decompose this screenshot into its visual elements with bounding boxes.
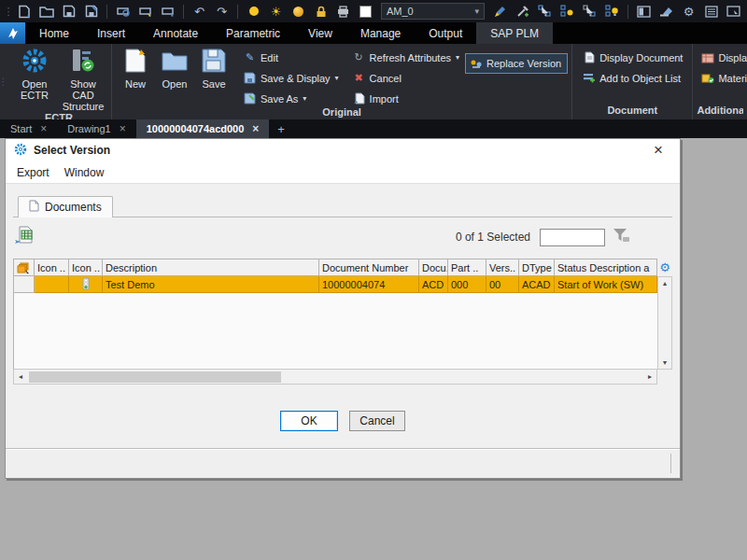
sun-brightness-icon[interactable]: ☀ [265, 2, 287, 21]
column-header-status-description[interactable]: Status Description a [555, 259, 657, 276]
layer-combo[interactable]: AM_0 ▾ [381, 3, 485, 20]
menu-export[interactable]: Export [10, 163, 56, 182]
ribbon-tab-sap-plm[interactable]: SAP PLM [476, 22, 553, 44]
open-folder-icon [161, 48, 189, 76]
scroll-down-icon[interactable]: ▾ [658, 358, 671, 367]
doc-tab-start[interactable]: Start × [0, 119, 57, 138]
column-header-description[interactable]: Description [103, 259, 319, 276]
drawing-explorer-icon[interactable] [700, 2, 722, 21]
show-cad-structure-button[interactable]: Show CAD Structure [59, 45, 107, 112]
scroll-up-icon[interactable]: ▴ [658, 279, 671, 287]
ribbon-tab-manage[interactable]: Manage [346, 22, 415, 44]
deselect-icon[interactable] [579, 2, 600, 21]
column-header-document-number[interactable]: Document Number [319, 259, 419, 276]
plot-preview-icon[interactable] [112, 2, 134, 21]
lock-icon[interactable] [310, 2, 331, 21]
row-icon2-cell[interactable] [69, 276, 103, 293]
refresh-attributes-button[interactable]: ↻ Refresh Attributes ▾ [352, 49, 459, 65]
new-tab-button[interactable]: + [269, 119, 293, 138]
open-ectr-button[interactable]: Open ECTR [10, 45, 59, 112]
doc-tab-drawing1[interactable]: Drawing1 × [57, 119, 135, 138]
eraser-icon[interactable] [655, 2, 677, 21]
select-similar-icon[interactable] [534, 2, 556, 21]
open-file-icon[interactable] [35, 2, 57, 21]
publish-icon[interactable] [157, 2, 178, 21]
ribbon-tab-insert[interactable]: Insert [83, 22, 139, 44]
close-icon[interactable]: × [120, 122, 126, 135]
isolate-objects-icon[interactable] [601, 2, 623, 21]
column-header-dtype[interactable]: DType [519, 259, 555, 276]
replace-version-button[interactable]: Replace Version [465, 53, 568, 74]
horizontal-scroll-thumb[interactable] [29, 371, 281, 383]
eyedropper-icon[interactable] [512, 2, 533, 21]
row-status-cell[interactable]: Start of Work (SW) [555, 276, 657, 293]
plot-icon[interactable] [134, 2, 156, 21]
settings-gears-icon[interactable]: ⚙ [678, 2, 699, 21]
color-swatch[interactable] [355, 2, 376, 21]
cancel-checkout-button[interactable]: ✖ Cancel [352, 70, 459, 86]
new-file-icon[interactable] [13, 2, 35, 21]
column-header-part[interactable]: Part .. [448, 259, 486, 276]
open-button[interactable]: Open [155, 45, 194, 106]
close-icon[interactable]: × [40, 122, 47, 135]
display-bom-button[interactable]: Display Bill of Mater [700, 49, 747, 65]
row-document-number-cell[interactable]: 10000004074 [319, 276, 419, 293]
row-version-cell[interactable]: 00 [486, 276, 519, 293]
save-as-button[interactable]: Save As ▾ [243, 91, 339, 106]
save-icon[interactable] [58, 2, 79, 21]
column-header-vers[interactable]: Vers.. [486, 259, 519, 276]
cancel-button[interactable]: Cancel [349, 411, 405, 431]
redo-icon[interactable]: ↷ [211, 2, 233, 21]
add-to-object-list-button[interactable]: Add to Object List [582, 70, 683, 86]
scroll-left-icon[interactable]: ◂ [14, 372, 27, 381]
menu-window[interactable]: Window [58, 163, 111, 182]
ribbon-tab-annotate[interactable]: Annotate [139, 22, 212, 44]
doc-tab-10000004074acd000[interactable]: 10000004074acd000 × [136, 119, 270, 138]
close-icon[interactable]: × [645, 140, 671, 161]
ok-button[interactable]: OK [280, 411, 338, 431]
vertical-scrollbar[interactable]: ▴ ▾ [657, 276, 672, 370]
import-button[interactable]: Import [352, 91, 459, 106]
app-menu-button[interactable] [0, 22, 25, 44]
row-dtype-cell[interactable]: ACAD [519, 276, 555, 293]
column-header-icon1[interactable]: Icon .. [35, 259, 69, 276]
filter-input[interactable] [540, 229, 605, 246]
table-empty-area [13, 293, 657, 370]
panels-icon[interactable] [633, 2, 655, 21]
row-description-cell[interactable]: Test Demo [103, 276, 319, 293]
column-header-icon2[interactable]: Icon .. [69, 259, 103, 276]
clean-screen-icon[interactable] [723, 2, 744, 21]
lightbulb-icon[interactable] [243, 2, 264, 21]
undo-icon[interactable]: ↶ [189, 2, 210, 21]
material-button[interactable]: Material ▾ [700, 70, 747, 86]
ribbon-tab-view[interactable]: View [294, 22, 346, 44]
save-button[interactable]: Save [194, 45, 233, 106]
row-icon1-cell[interactable] [35, 276, 69, 293]
scroll-right-icon[interactable]: ▸ [643, 372, 656, 381]
ribbon-tab-home[interactable]: Home [25, 22, 83, 44]
match-properties-icon[interactable] [489, 2, 511, 21]
ribbon-tab-output[interactable]: Output [415, 22, 476, 44]
ribbon-tab-parametric[interactable]: Parametric [212, 22, 294, 44]
table-settings-gear-icon[interactable]: ⚙ [657, 259, 672, 276]
save-and-display-button[interactable]: Save & Display ▾ [243, 70, 339, 86]
show-cad-structure-label: Show CAD Structure [59, 78, 107, 112]
print-icon[interactable] [332, 2, 354, 21]
add-to-selection-icon[interactable] [557, 2, 578, 21]
render-sphere-icon[interactable] [288, 2, 309, 21]
edit-button[interactable]: ✎ Edit [243, 49, 339, 65]
close-icon[interactable]: × [252, 122, 259, 135]
row-part-cell[interactable]: 000 [448, 276, 486, 293]
column-header-select-all[interactable] [14, 259, 35, 276]
display-document-button[interactable]: Display Document [582, 49, 683, 65]
tab-documents[interactable]: Documents [18, 196, 113, 217]
new-button[interactable]: New [116, 45, 155, 106]
save-as-icon[interactable] [80, 2, 102, 21]
export-table-icon[interactable] [13, 224, 35, 250]
column-header-docu[interactable]: Docu... [419, 259, 448, 276]
row-selector-cell[interactable] [14, 276, 35, 293]
apply-filter-icon[interactable] [611, 227, 631, 247]
horizontal-scrollbar[interactable]: ◂ ▸ [13, 370, 657, 385]
dialog-title-bar[interactable]: Select Version × [6, 139, 680, 161]
row-document-type-cell[interactable]: ACD [419, 276, 448, 293]
